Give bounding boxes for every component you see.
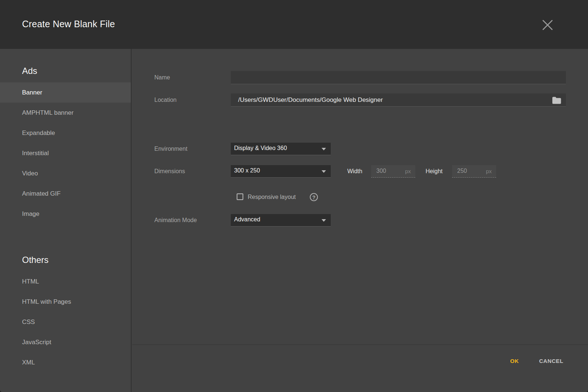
dimensions-label: Dimensions	[154, 168, 185, 175]
location-path: /Users/GWDUser/Documents/Google Web Desi…	[238, 96, 383, 103]
ok-button[interactable]: OK	[510, 358, 519, 364]
sidebar-item-amphtml-banner[interactable]: AMPHTML banner	[0, 103, 131, 123]
dimensions-value: 300 x 250	[234, 167, 260, 174]
responsive-layout-checkbox[interactable]	[237, 193, 243, 200]
sidebar-item-interstitial[interactable]: Interstitial	[0, 143, 131, 163]
dimensions-dropdown[interactable]: 300 x 250	[231, 165, 331, 178]
dialog-title: Create New Blank File	[22, 19, 115, 29]
height-input: 250 px	[452, 165, 496, 178]
width-unit: px	[405, 168, 411, 174]
width-input: 300 px	[371, 165, 415, 178]
sidebar-section-others: Others	[0, 253, 131, 267]
close-icon[interactable]	[541, 18, 554, 32]
cancel-button[interactable]: CANCEL	[539, 358, 563, 364]
chevron-down-icon	[322, 148, 326, 150]
sidebar-item-html[interactable]: HTML	[0, 271, 131, 292]
create-new-blank-file-dialog: Create New Blank File Ads Banner AMPHTML…	[0, 0, 588, 392]
sidebar-item-html-with-pages[interactable]: HTML with Pages	[0, 292, 131, 312]
animation-mode-dropdown[interactable]: Advanced	[231, 214, 331, 227]
responsive-layout-label: Responsive layout	[248, 193, 296, 201]
sidebar-item-javascript[interactable]: JavaScript	[0, 332, 131, 352]
sidebar-section-ads: Ads	[0, 64, 131, 78]
height-unit: px	[486, 168, 492, 174]
width-value: 300	[376, 168, 386, 174]
animation-mode-value: Advanced	[234, 216, 260, 223]
width-label: Width	[347, 168, 362, 175]
sidebar-item-banner[interactable]: Banner	[0, 82, 131, 103]
sidebar-item-video[interactable]: Video	[0, 163, 131, 183]
dialog-content: Name Location /Users/GWDUser/Documents/G…	[132, 49, 588, 392]
location-input[interactable]: /Users/GWDUser/Documents/Google Web Desi…	[231, 93, 566, 107]
dialog-titlebar: Create New Blank File	[0, 0, 588, 49]
folder-icon[interactable]	[552, 96, 562, 104]
height-value: 250	[457, 168, 467, 174]
sidebar-item-expandable[interactable]: Expandable	[0, 123, 131, 143]
environment-value: Display & Video 360	[234, 145, 287, 152]
animation-mode-label: Animation Mode	[154, 217, 197, 224]
sidebar-item-animated-gif[interactable]: Animated GIF	[0, 183, 131, 204]
sidebar-item-css[interactable]: CSS	[0, 312, 131, 332]
sidebar-item-xml[interactable]: XML	[0, 352, 131, 373]
name-label: Name	[154, 74, 170, 81]
help-icon[interactable]: ?	[310, 193, 318, 201]
footer-actions: OK CANCEL	[510, 353, 563, 369]
chevron-down-icon	[322, 170, 326, 173]
chevron-down-icon	[322, 219, 326, 222]
environment-label: Environment	[154, 145, 187, 153]
location-label: Location	[154, 96, 177, 104]
sidebar-item-image[interactable]: Image	[0, 204, 131, 224]
name-input[interactable]	[231, 71, 566, 84]
height-label: Height	[426, 168, 442, 175]
footer-divider	[132, 345, 588, 345]
environment-dropdown[interactable]: Display & Video 360	[231, 143, 331, 155]
file-type-sidebar: Ads Banner AMPHTML banner Expandable Int…	[0, 49, 132, 392]
